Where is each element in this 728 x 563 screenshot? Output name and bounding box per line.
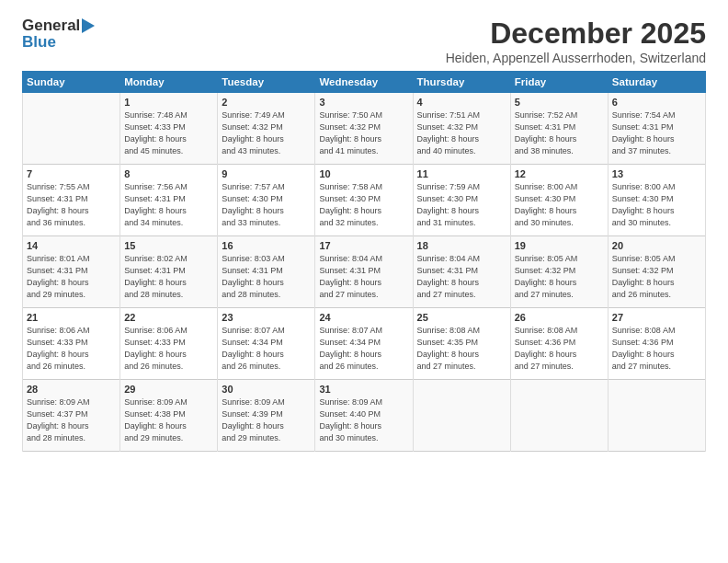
day-number: 19 <box>515 240 604 251</box>
calendar-cell: 10Sunrise: 7:58 AM Sunset: 4:30 PM Dayli… <box>315 165 413 236</box>
day-content: Sunrise: 8:02 AM Sunset: 4:31 PM Dayligh… <box>124 253 213 301</box>
header-day-friday: Friday <box>510 72 608 93</box>
calendar-table: SundayMondayTuesdayWednesdayThursdayFrid… <box>22 71 706 452</box>
day-content: Sunrise: 8:05 AM Sunset: 4:32 PM Dayligh… <box>612 253 701 301</box>
calendar-cell: 4Sunrise: 7:51 AM Sunset: 4:32 PM Daylig… <box>413 93 510 165</box>
day-content: Sunrise: 8:00 AM Sunset: 4:30 PM Dayligh… <box>612 181 701 229</box>
calendar-cell: 18Sunrise: 8:04 AM Sunset: 4:31 PM Dayli… <box>413 236 510 308</box>
calendar-cell: 9Sunrise: 7:57 AM Sunset: 4:30 PM Daylig… <box>218 165 315 236</box>
day-number: 4 <box>417 97 506 108</box>
week-row-2: 7Sunrise: 7:55 AM Sunset: 4:31 PM Daylig… <box>23 165 706 236</box>
header-day-thursday: Thursday <box>413 72 510 93</box>
day-number: 6 <box>612 97 701 108</box>
day-number: 21 <box>27 312 116 323</box>
calendar-cell: 20Sunrise: 8:05 AM Sunset: 4:32 PM Dayli… <box>608 236 705 308</box>
day-content: Sunrise: 8:08 AM Sunset: 4:35 PM Dayligh… <box>417 325 506 373</box>
day-content: Sunrise: 8:09 AM Sunset: 4:39 PM Dayligh… <box>222 396 311 444</box>
day-number: 30 <box>222 384 311 395</box>
day-number: 11 <box>417 168 506 179</box>
day-content: Sunrise: 8:07 AM Sunset: 4:34 PM Dayligh… <box>319 325 408 373</box>
day-number: 9 <box>222 168 311 179</box>
calendar-cell: 5Sunrise: 7:52 AM Sunset: 4:31 PM Daylig… <box>510 93 608 165</box>
calendar-cell: 23Sunrise: 8:07 AM Sunset: 4:34 PM Dayli… <box>218 308 315 380</box>
calendar-cell: 11Sunrise: 7:59 AM Sunset: 4:30 PM Dayli… <box>413 165 510 236</box>
day-content: Sunrise: 7:57 AM Sunset: 4:30 PM Dayligh… <box>222 181 311 229</box>
week-row-3: 14Sunrise: 8:01 AM Sunset: 4:31 PM Dayli… <box>23 236 706 308</box>
day-content: Sunrise: 8:04 AM Sunset: 4:31 PM Dayligh… <box>417 253 506 301</box>
day-number: 20 <box>612 240 701 251</box>
location: Heiden, Appenzell Ausserrhoden, Switzerl… <box>446 51 706 65</box>
page: General Blue December 2025 Heiden, Appen… <box>0 0 728 563</box>
calendar-cell: 22Sunrise: 8:06 AM Sunset: 4:33 PM Dayli… <box>120 308 218 380</box>
calendar-cell <box>413 380 510 452</box>
header-day-saturday: Saturday <box>608 72 705 93</box>
calendar-cell: 8Sunrise: 7:56 AM Sunset: 4:31 PM Daylig… <box>120 165 218 236</box>
calendar-cell: 15Sunrise: 8:02 AM Sunset: 4:31 PM Dayli… <box>120 236 218 308</box>
day-number: 2 <box>222 97 311 108</box>
day-number: 3 <box>319 97 408 108</box>
day-content: Sunrise: 8:09 AM Sunset: 4:40 PM Dayligh… <box>319 396 408 444</box>
day-number: 10 <box>319 168 408 179</box>
day-content: Sunrise: 8:08 AM Sunset: 4:36 PM Dayligh… <box>515 325 604 373</box>
day-content: Sunrise: 8:00 AM Sunset: 4:30 PM Dayligh… <box>515 181 604 229</box>
day-content: Sunrise: 8:09 AM Sunset: 4:37 PM Dayligh… <box>27 396 116 444</box>
calendar-cell: 27Sunrise: 8:08 AM Sunset: 4:36 PM Dayli… <box>608 308 705 380</box>
day-content: Sunrise: 8:06 AM Sunset: 4:33 PM Dayligh… <box>124 325 213 373</box>
title-block: December 2025 Heiden, Appenzell Ausserrh… <box>446 17 706 65</box>
day-content: Sunrise: 7:59 AM Sunset: 4:30 PM Dayligh… <box>417 181 506 229</box>
calendar-cell: 19Sunrise: 8:05 AM Sunset: 4:32 PM Dayli… <box>510 236 608 308</box>
day-content: Sunrise: 8:09 AM Sunset: 4:38 PM Dayligh… <box>124 396 213 444</box>
day-number: 22 <box>124 312 213 323</box>
header-day-tuesday: Tuesday <box>218 72 315 93</box>
calendar-cell: 6Sunrise: 7:54 AM Sunset: 4:31 PM Daylig… <box>608 93 705 165</box>
day-number: 31 <box>319 384 408 395</box>
calendar-cell: 12Sunrise: 8:00 AM Sunset: 4:30 PM Dayli… <box>510 165 608 236</box>
week-row-1: 1Sunrise: 7:48 AM Sunset: 4:33 PM Daylig… <box>23 93 706 165</box>
calendar-cell: 25Sunrise: 8:08 AM Sunset: 4:35 PM Dayli… <box>413 308 510 380</box>
week-row-4: 21Sunrise: 8:06 AM Sunset: 4:33 PM Dayli… <box>23 308 706 380</box>
day-number: 16 <box>222 240 311 251</box>
day-content: Sunrise: 8:07 AM Sunset: 4:34 PM Dayligh… <box>222 325 311 373</box>
day-number: 26 <box>515 312 604 323</box>
calendar-cell <box>510 380 608 452</box>
calendar-cell: 30Sunrise: 8:09 AM Sunset: 4:39 PM Dayli… <box>218 380 315 452</box>
day-content: Sunrise: 7:55 AM Sunset: 4:31 PM Dayligh… <box>27 181 116 229</box>
calendar-cell: 13Sunrise: 8:00 AM Sunset: 4:30 PM Dayli… <box>608 165 705 236</box>
day-number: 25 <box>417 312 506 323</box>
header: General Blue December 2025 Heiden, Appen… <box>22 17 706 65</box>
day-number: 8 <box>124 168 213 179</box>
calendar-cell: 31Sunrise: 8:09 AM Sunset: 4:40 PM Dayli… <box>315 380 413 452</box>
day-content: Sunrise: 8:01 AM Sunset: 4:31 PM Dayligh… <box>27 253 116 301</box>
week-row-5: 28Sunrise: 8:09 AM Sunset: 4:37 PM Dayli… <box>23 380 706 452</box>
day-content: Sunrise: 7:58 AM Sunset: 4:30 PM Dayligh… <box>319 181 408 229</box>
logo: General Blue <box>22 17 95 52</box>
day-content: Sunrise: 8:08 AM Sunset: 4:36 PM Dayligh… <box>612 325 701 373</box>
day-number: 12 <box>515 168 604 179</box>
day-content: Sunrise: 7:50 AM Sunset: 4:32 PM Dayligh… <box>319 109 408 157</box>
header-day-sunday: Sunday <box>23 72 120 93</box>
calendar-cell: 24Sunrise: 8:07 AM Sunset: 4:34 PM Dayli… <box>315 308 413 380</box>
day-number: 28 <box>27 384 116 395</box>
day-number: 14 <box>27 240 116 251</box>
day-number: 27 <box>612 312 701 323</box>
day-content: Sunrise: 7:49 AM Sunset: 4:32 PM Dayligh… <box>222 109 311 157</box>
day-content: Sunrise: 8:05 AM Sunset: 4:32 PM Dayligh… <box>515 253 604 301</box>
day-number: 15 <box>124 240 213 251</box>
calendar-cell: 21Sunrise: 8:06 AM Sunset: 4:33 PM Dayli… <box>23 308 120 380</box>
day-number: 5 <box>515 97 604 108</box>
calendar-cell: 1Sunrise: 7:48 AM Sunset: 4:33 PM Daylig… <box>120 93 218 165</box>
calendar-cell: 17Sunrise: 8:04 AM Sunset: 4:31 PM Dayli… <box>315 236 413 308</box>
day-number: 1 <box>124 97 213 108</box>
logo-blue: Blue <box>22 33 56 52</box>
calendar-cell <box>23 93 120 165</box>
calendar-cell: 2Sunrise: 7:49 AM Sunset: 4:32 PM Daylig… <box>218 93 315 165</box>
day-content: Sunrise: 8:06 AM Sunset: 4:33 PM Dayligh… <box>27 325 116 373</box>
calendar-cell: 26Sunrise: 8:08 AM Sunset: 4:36 PM Dayli… <box>510 308 608 380</box>
calendar-cell: 14Sunrise: 8:01 AM Sunset: 4:31 PM Dayli… <box>23 236 120 308</box>
calendar-cell: 7Sunrise: 7:55 AM Sunset: 4:31 PM Daylig… <box>23 165 120 236</box>
calendar-header: SundayMondayTuesdayWednesdayThursdayFrid… <box>23 72 706 93</box>
day-content: Sunrise: 7:51 AM Sunset: 4:32 PM Dayligh… <box>417 109 506 157</box>
logo-general: General <box>22 17 80 35</box>
day-content: Sunrise: 8:04 AM Sunset: 4:31 PM Dayligh… <box>319 253 408 301</box>
day-content: Sunrise: 7:52 AM Sunset: 4:31 PM Dayligh… <box>515 109 604 157</box>
